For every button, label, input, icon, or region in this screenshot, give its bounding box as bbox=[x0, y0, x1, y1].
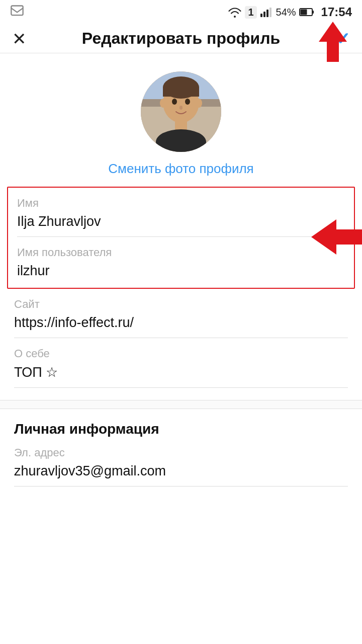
avatar[interactable] bbox=[141, 71, 221, 152]
header: ✕ Редактировать профиль ✓ bbox=[0, 24, 362, 53]
email-label: Эл. адрес bbox=[14, 446, 348, 459]
email-input[interactable]: zhuravljov35@gmail.com bbox=[14, 463, 348, 487]
name-label: Имя bbox=[17, 197, 345, 210]
svg-rect-1 bbox=[260, 14, 262, 17]
status-icons: 1 54% 17:54 bbox=[228, 5, 352, 19]
name-field-group: Имя Ilja Zhuravljov bbox=[8, 188, 354, 237]
profile-photo-section: Сменить фото профиля bbox=[0, 53, 362, 187]
close-button[interactable]: ✕ bbox=[12, 30, 26, 47]
svg-rect-20 bbox=[175, 120, 187, 130]
username-input[interactable]: ilzhur bbox=[17, 263, 345, 288]
up-arrow-annotation bbox=[313, 19, 353, 66]
website-label: Сайт bbox=[14, 298, 348, 311]
personal-info-title: Личная информация bbox=[14, 421, 348, 437]
notification-icon bbox=[10, 4, 24, 20]
svg-point-17 bbox=[179, 106, 183, 110]
change-photo-button[interactable]: Сменить фото профиля bbox=[108, 161, 253, 177]
sim-badge: 1 bbox=[245, 6, 256, 19]
section-divider bbox=[0, 400, 362, 409]
svg-marker-8 bbox=[319, 22, 347, 62]
battery-percent: 54% bbox=[276, 7, 296, 18]
svg-rect-7 bbox=[300, 10, 307, 15]
website-field-group: Сайт https://info-effect.ru/ bbox=[7, 289, 355, 338]
svg-rect-3 bbox=[266, 10, 268, 17]
svg-rect-14 bbox=[163, 87, 199, 97]
svg-rect-6 bbox=[312, 11, 314, 14]
svg-rect-2 bbox=[263, 12, 265, 17]
status-time: 17:54 bbox=[321, 5, 352, 19]
svg-point-15 bbox=[172, 99, 177, 105]
status-bar: 1 54% 17:54 bbox=[0, 0, 362, 24]
svg-rect-0 bbox=[11, 6, 23, 16]
highlighted-fields-box: Имя Ilja Zhuravljov Имя пользователя ilz… bbox=[7, 187, 355, 289]
email-field-group: Эл. адрес zhuravljov35@gmail.com bbox=[14, 446, 348, 487]
bio-label: О себе bbox=[14, 347, 348, 360]
username-label: Имя пользователя bbox=[17, 246, 345, 259]
bio-field-group: О себе ТОП ☆ bbox=[7, 338, 355, 388]
svg-point-18 bbox=[160, 99, 166, 108]
svg-rect-4 bbox=[269, 8, 272, 17]
personal-info-section: Личная информация Эл. адрес zhuravljov35… bbox=[0, 409, 362, 487]
header-title: Редактировать профиль bbox=[26, 29, 336, 48]
highlighted-fields-container: Имя Ilja Zhuravljov Имя пользователя ilz… bbox=[0, 187, 362, 289]
svg-point-16 bbox=[185, 99, 190, 105]
website-input[interactable]: https://info-effect.ru/ bbox=[14, 315, 348, 338]
left-arrow-annotation bbox=[309, 212, 362, 264]
name-input[interactable]: Ilja Zhuravljov bbox=[17, 214, 345, 237]
svg-marker-22 bbox=[311, 219, 362, 255]
username-field-group: Имя пользователя ilzhur bbox=[8, 237, 354, 288]
website-field-container: Сайт https://info-effect.ru/ О себе ТОП … bbox=[7, 289, 355, 388]
form-section: Имя Ilja Zhuravljov Имя пользователя ilz… bbox=[0, 187, 362, 388]
bio-input[interactable]: ТОП ☆ bbox=[14, 364, 348, 388]
svg-point-19 bbox=[196, 99, 202, 108]
